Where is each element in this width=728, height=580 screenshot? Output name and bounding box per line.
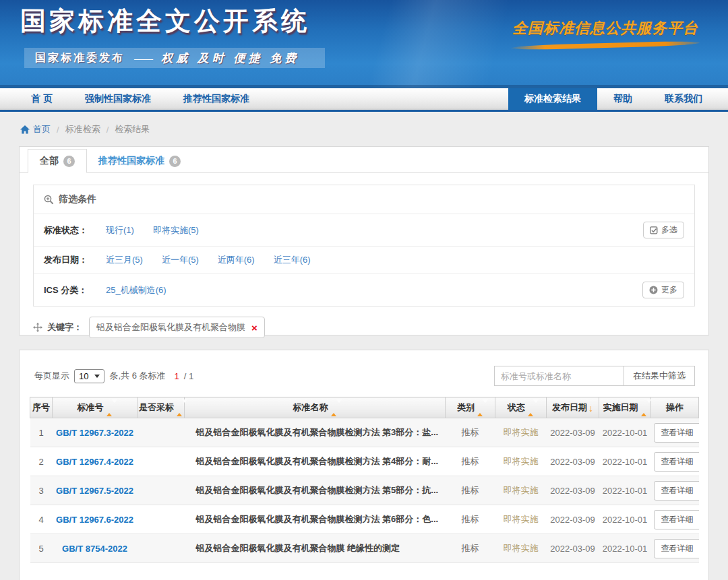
refine-search-button[interactable]: 在结果中筛选 — [624, 366, 695, 386]
tab-recommended-standards[interactable]: 推荐性国家标准 6 — [87, 150, 192, 172]
nav-item-recommended-standards[interactable]: 推荐性国家标准 — [167, 88, 266, 110]
filter-option-1year[interactable]: 近一年(5) — [162, 254, 199, 266]
cell-adopted — [138, 447, 185, 476]
cell-impl-date: 2022-10-01 — [599, 505, 651, 534]
cell-category: 推标 — [446, 476, 495, 505]
status-badge: 即将实施 — [495, 534, 547, 563]
cell-index: 1 — [30, 418, 53, 447]
nav-item-help[interactable]: 帮助 — [597, 88, 648, 110]
remove-keyword-icon[interactable]: × — [251, 323, 257, 333]
tab-all-count-badge: 6 — [63, 156, 75, 167]
filter-conditions-header: 筛选条件 — [34, 185, 694, 214]
col-header-category[interactable]: 类别 — [446, 397, 495, 418]
breadcrumb-item-results[interactable]: 检索结果 — [115, 123, 150, 135]
col-header-status[interactable]: 状态 — [495, 397, 547, 418]
view-detail-button[interactable]: 查看详细 — [654, 539, 699, 558]
tab-all[interactable]: 全部 6 — [28, 149, 87, 173]
breadcrumb-item-search[interactable]: 标准检索 — [65, 123, 100, 135]
cell-pub-date: 2022-03-09 — [547, 534, 599, 563]
col-header-action: 操作 — [651, 397, 699, 418]
cell-index: 5 — [30, 534, 53, 563]
filter-option-3months[interactable]: 近三月(5) — [106, 254, 143, 266]
filter-option-active[interactable]: 现行(1) — [106, 224, 134, 236]
col-header-index: 序号 — [30, 397, 53, 418]
status-badge: 即将实施 — [495, 418, 547, 447]
nav-item-contact[interactable]: 联系我们 — [648, 88, 719, 110]
col-label-adopted: 是否采标 — [139, 402, 174, 412]
standard-code-link[interactable]: GB/T 8754-2022 — [53, 534, 138, 563]
standard-code-link[interactable]: GB/T 12967.6-2022 — [53, 505, 138, 534]
sort-icon[interactable] — [641, 403, 647, 413]
view-detail-button[interactable]: 查看详细 — [654, 423, 699, 443]
nav-item-home[interactable]: 首 页 — [15, 88, 69, 110]
per-page-value: 10 — [79, 371, 88, 381]
keyword-row: 关键字： 铝及铝合金阳极氧化膜及有机聚合物膜 × — [33, 317, 695, 338]
col-label-impl-date: 实施日期 — [603, 402, 638, 412]
nav-item-search-results[interactable]: 标准检索结果 — [508, 88, 597, 110]
col-label-code: 标准号 — [78, 402, 104, 412]
col-label-index: 序号 — [32, 402, 50, 412]
cell-action: 查看详细 — [651, 534, 699, 563]
filter-label-ics: ICS 分类： — [44, 284, 106, 296]
keyword-label: 关键字： — [47, 321, 82, 333]
filter-option-upcoming[interactable]: 即将实施(5) — [153, 224, 199, 236]
cell-impl-date: 2022-10-01 — [599, 447, 651, 476]
table-row: 3 GB/T 12967.5-2022 铝及铝合金阳极氧化膜及有机聚合物膜检测方… — [30, 476, 699, 505]
col-header-pub-date[interactable]: 发布日期↓ — [547, 397, 599, 418]
view-detail-button[interactable]: 查看详细 — [654, 510, 699, 529]
standard-code-link[interactable]: GB/T 12967.4-2022 — [53, 447, 138, 476]
sort-desc-arrow-icon[interactable]: ↓ — [588, 403, 593, 414]
home-icon — [20, 125, 30, 134]
col-header-code[interactable]: 标准号 — [53, 397, 138, 418]
cell-index: 2 — [30, 447, 53, 476]
filter-option-3years[interactable]: 近三年(6) — [274, 254, 311, 266]
cell-pub-date: 2022-03-09 — [547, 476, 599, 505]
refine-search-input[interactable] — [494, 366, 624, 386]
breadcrumb-home-label[interactable]: 首页 — [33, 123, 51, 135]
view-detail-button[interactable]: 查看详细 — [654, 481, 699, 501]
standard-name: 铝及铝合金阳极氧化膜及有机聚合物膜检测方法 第4部分：耐... — [185, 447, 446, 476]
results-panel: 每页显示 10 条,共 6 条标准 1 / 1 在结果中筛选 序号 标准号 是否… — [19, 350, 709, 580]
status-badge: 即将实施 — [495, 505, 547, 534]
col-label-name: 标准名称 — [293, 402, 328, 412]
col-header-adopted[interactable]: 是否采标 — [138, 397, 185, 418]
more-button[interactable]: 更多 — [642, 282, 684, 298]
cell-category: 推标 — [446, 418, 495, 447]
sort-icon[interactable] — [477, 403, 483, 413]
slogan-banner: 国家标准委发布 —— 权威 及时 便捷 免费 — [24, 48, 325, 68]
sort-icon[interactable] — [528, 403, 534, 413]
sort-icon[interactable] — [177, 403, 183, 413]
keyword-tag: 铝及铝合金阳极氧化膜及有机聚合物膜 × — [89, 317, 265, 338]
nav-right: 标准检索结果 帮助 联系我们 — [508, 88, 728, 110]
current-page-number: 1 — [175, 371, 179, 381]
col-header-impl-date[interactable]: 实施日期 — [599, 397, 651, 418]
multi-select-button[interactable]: 多选 — [643, 222, 684, 238]
table-row: 1 GB/T 12967.3-2022 铝及铝合金阳极氧化膜及有机聚合物膜检测方… — [30, 418, 699, 447]
nav-left: 首 页 强制性国家标准 推荐性国家标准 — [0, 88, 266, 110]
view-detail-button[interactable]: 查看详细 — [654, 452, 699, 472]
col-header-name[interactable]: 标准名称 — [185, 397, 446, 418]
total-count-text: 条,共 6 条标准 — [109, 370, 165, 382]
standard-code-link[interactable]: GB/T 12967.5-2022 — [53, 476, 138, 505]
filter-conditions-box: 筛选条件 标准状态： 现行(1) 即将实施(5) 多选 发布日期： 近三月(5)… — [33, 185, 695, 307]
plus-circle-icon — [649, 286, 658, 294]
main-navbar: 首 页 强制性国家标准 推荐性国家标准 标准检索结果 帮助 联系我们 — [0, 88, 728, 112]
sort-icon[interactable] — [107, 403, 113, 413]
cell-index: 3 — [30, 476, 53, 505]
zoom-in-icon — [44, 195, 54, 205]
filter-option-2years[interactable]: 近两年(6) — [218, 254, 255, 266]
filter-label-status: 标准状态： — [44, 224, 106, 236]
nav-item-mandatory-standards[interactable]: 强制性国家标准 — [69, 88, 167, 110]
standard-name: 铝及铝合金阳极氧化膜及有机聚合物膜 绝缘性的测定 — [185, 534, 446, 563]
standard-code-link[interactable]: GB/T 12967.3-2022 — [53, 418, 138, 447]
cell-category: 推标 — [446, 505, 495, 534]
table-header-row: 序号 标准号 是否采标 标准名称 类别 状态 发布日期↓ 实施日期 操作 — [30, 397, 699, 418]
filter-option-ics-25[interactable]: 25_机械制造(6) — [106, 284, 166, 296]
platform-name: 全国标准信息公共服务平台 — [511, 18, 700, 38]
cell-action: 查看详细 — [651, 476, 699, 505]
cell-adopted — [138, 476, 185, 505]
per-page-select[interactable]: 10 — [74, 369, 104, 383]
sort-icon[interactable] — [331, 403, 337, 413]
breadcrumb-home-link[interactable]: 首页 — [20, 123, 51, 135]
filter-row-status: 标准状态： 现行(1) 即将实施(5) 多选 — [34, 214, 694, 247]
